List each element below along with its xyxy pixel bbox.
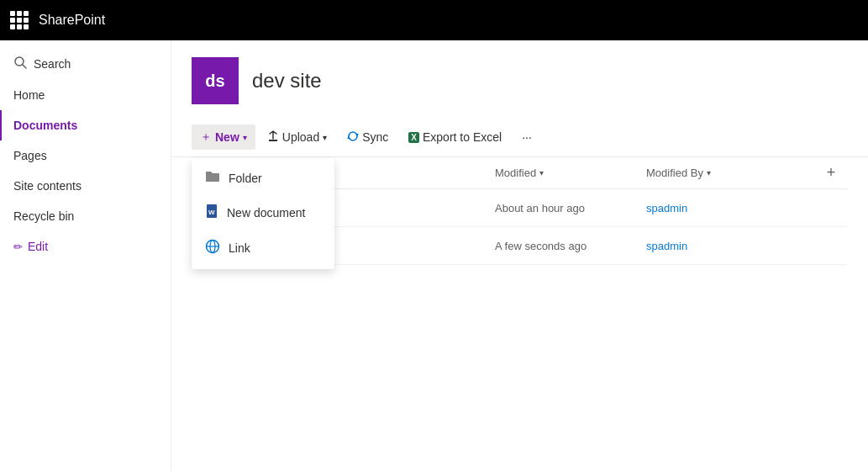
upload-button[interactable]: Upload ▾ (259, 125, 335, 150)
modified-val-2: A few seconds ago (495, 240, 646, 252)
col-header-modified[interactable]: Modified ▾ (495, 167, 646, 179)
sort-modified-icon: ▾ (539, 168, 544, 177)
add-column-button[interactable]: + (814, 164, 848, 182)
dropdown-item-new-document[interactable]: W New document (192, 195, 334, 230)
modified-val-1: About an hour ago (495, 202, 646, 214)
sidebar-item-pages[interactable]: Pages (0, 140, 171, 171)
top-bar: SharePoint (0, 0, 868, 40)
site-logo: ds (192, 57, 239, 104)
link-icon (205, 239, 220, 257)
dropdown-item-folder[interactable]: Folder (192, 161, 334, 195)
sync-button[interactable]: Sync (339, 125, 397, 150)
folder-icon (205, 170, 220, 187)
sidebar-item-site-contents[interactable]: Site contents (0, 171, 171, 201)
sidebar-item-documents[interactable]: Documents (0, 110, 171, 140)
modified-by-val-1: spadmin (646, 202, 814, 214)
main-layout: Search Home Documents Pages Site content… (0, 40, 868, 471)
edit-pencil-icon: ✏ (13, 241, 23, 253)
export-excel-button[interactable]: X Export to Excel (400, 125, 510, 149)
search-item[interactable]: Search (0, 47, 171, 80)
waffle-icon[interactable] (10, 11, 29, 29)
sort-modified-by-icon: ▾ (707, 168, 711, 177)
toolbar: ＋ New ▾ Upload ▾ (171, 118, 868, 157)
upload-icon (267, 130, 279, 145)
app-title: SharePoint (39, 13, 105, 28)
modified-by-val-2: spadmin (646, 240, 814, 252)
new-dropdown-menu: Folder W New document (192, 158, 334, 269)
content-area: ds dev site ＋ New ▾ Upload ▾ (171, 40, 868, 471)
dropdown-item-link[interactable]: Link (192, 230, 334, 266)
sidebar-item-recycle-bin[interactable]: Recycle bin (0, 201, 171, 231)
search-label: Search (34, 57, 71, 71)
sidebar-item-home[interactable]: Home (0, 80, 171, 110)
col-header-add: + (814, 164, 848, 182)
site-header: ds dev site (171, 40, 868, 118)
site-name: dev site (252, 69, 322, 93)
svg-line-1 (23, 65, 26, 68)
excel-icon: X (408, 132, 419, 143)
plus-icon: ＋ (200, 130, 212, 145)
svg-text:W: W (208, 209, 215, 216)
upload-chevron-icon: ▾ (323, 133, 327, 142)
more-icon: ··· (522, 130, 532, 144)
sidebar-item-edit[interactable]: ✏ Edit (0, 231, 171, 262)
sync-icon (347, 130, 359, 145)
new-chevron-icon: ▾ (243, 133, 247, 142)
new-button[interactable]: ＋ New ▾ (192, 124, 255, 150)
sidebar: Search Home Documents Pages Site content… (0, 40, 171, 471)
col-header-modified-by[interactable]: Modified By ▾ (646, 167, 814, 179)
search-icon (13, 56, 27, 71)
more-button[interactable]: ··· (513, 125, 540, 149)
word-doc-icon: W (205, 204, 218, 222)
